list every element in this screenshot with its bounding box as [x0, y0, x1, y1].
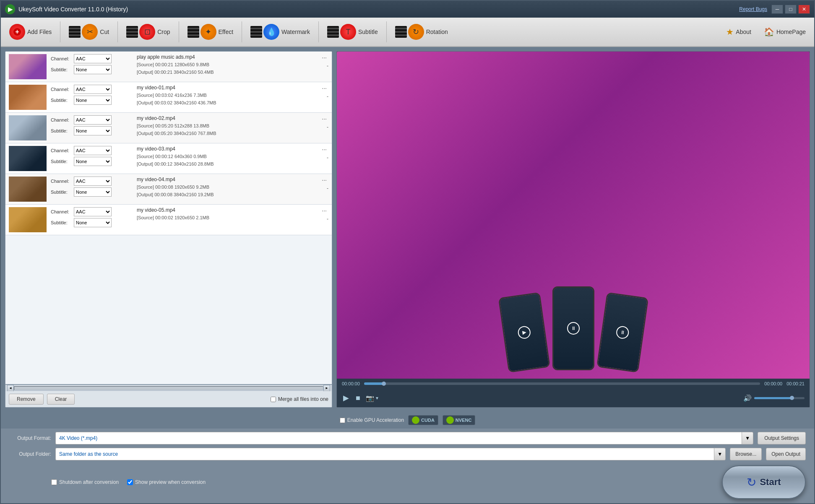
shutdown-checkbox-label[interactable]: Shutdown after conversion: [51, 479, 119, 485]
rotation-button[interactable]: ↻ Rotation: [391, 21, 452, 44]
channel-select[interactable]: AAC MP3 None: [74, 207, 112, 216]
file-item: Channel: AAC MP3 None Subtitle: None SRT…: [5, 143, 332, 174]
file-info: play apple music ads.mp4 [Source] 00:00:…: [135, 54, 318, 76]
subtitle-label: Subtitle:: [51, 128, 72, 133]
crop-label: Crop: [157, 29, 170, 35]
horizontal-scrollbar[interactable]: ◄ ►: [5, 384, 332, 391]
scroll-left-btn[interactable]: ◄: [7, 385, 14, 392]
show-preview-checkbox[interactable]: [127, 479, 133, 485]
folder-label: Output Folder:: [9, 451, 51, 457]
subtitle-select[interactable]: None SRT ASS: [74, 187, 112, 197]
separator-5: [318, 21, 319, 42]
subtitle-label: Subtitle:: [51, 159, 72, 164]
about-icon: ★: [726, 27, 734, 37]
format-row: Output Format: 4K Video (*.mp4) ▼ Output…: [9, 432, 806, 444]
file-thumbnail: [9, 146, 47, 171]
remove-button[interactable]: Remove: [9, 394, 44, 405]
subtitle-row: Subtitle: None SRT ASS: [51, 157, 135, 166]
nvenc-label: NVENC: [456, 418, 472, 423]
volume-bar[interactable]: [754, 397, 805, 399]
subtitle-select[interactable]: None SRT ASS: [74, 126, 112, 135]
cut-button[interactable]: ✂ Cut: [65, 21, 113, 44]
file-more-button[interactable]: ···: [320, 146, 328, 153]
channel-label: Channel:: [51, 179, 72, 184]
close-button[interactable]: ✕: [798, 5, 810, 14]
file-more-button[interactable]: ···: [320, 54, 328, 61]
show-preview-checkbox-label[interactable]: Show preview when conversion: [127, 479, 206, 485]
file-dash: -: [327, 124, 328, 130]
subtitle-button[interactable]: T Subtitle: [323, 21, 382, 44]
clear-button[interactable]: Clear: [47, 394, 75, 405]
channel-row: Channel: AAC MP3 None: [51, 146, 135, 155]
cuda-label: CUDA: [421, 418, 435, 423]
merge-checkbox[interactable]: [271, 397, 276, 402]
scroll-right-btn[interactable]: ►: [323, 385, 330, 392]
minimize-button[interactable]: ─: [771, 5, 783, 14]
watermark-button[interactable]: 💧 Watermark: [246, 21, 314, 44]
subtitle-select[interactable]: None SRT ASS: [74, 157, 112, 166]
phone-1-play-icon: ▶: [517, 325, 531, 340]
phone-1: ▶: [498, 292, 550, 373]
file-more-button[interactable]: ···: [320, 177, 328, 183]
file-dash: -: [327, 155, 328, 161]
phone-2-play-icon: ⏸: [567, 322, 580, 335]
separator-1: [60, 21, 60, 42]
file-actions: ··· -: [318, 207, 328, 222]
homepage-button[interactable]: 🏠 HomePage: [760, 25, 810, 39]
file-dash: -: [327, 94, 328, 99]
file-list-panel: Channel: AAC MP3 None Subtitle: None SRT…: [5, 51, 332, 408]
file-more-button[interactable]: ···: [320, 85, 328, 91]
channel-row: Channel: AAC MP3 None: [51, 115, 135, 125]
stop-button[interactable]: ■: [354, 392, 362, 404]
phone-3: ⏸: [596, 292, 648, 373]
report-bugs-link[interactable]: Report Bugs: [739, 6, 767, 12]
open-output-button[interactable]: Open Output: [766, 448, 806, 460]
maximize-button[interactable]: □: [785, 5, 797, 14]
file-item: Channel: AAC MP3 None Subtitle: None SRT…: [5, 174, 332, 205]
channel-select[interactable]: AAC MP3 None: [74, 85, 112, 94]
camera-icon: 📷: [366, 394, 374, 402]
subtitle-select[interactable]: None SRT ASS: [74, 218, 112, 227]
format-dropdown-btn[interactable]: ▼: [742, 432, 753, 444]
subtitle-select[interactable]: None SRT ASS: [74, 65, 112, 74]
channel-select[interactable]: AAC MP3 None: [74, 146, 112, 155]
volume-thumb[interactable]: [790, 396, 794, 400]
folder-dropdown-btn[interactable]: ▼: [714, 448, 726, 460]
separator-2: [117, 21, 118, 42]
browse-button[interactable]: Browse...: [730, 448, 762, 460]
effect-button[interactable]: ✦ Effect: [183, 21, 238, 44]
channel-select[interactable]: AAC MP3 None: [74, 54, 112, 63]
file-list-scroll[interactable]: Channel: AAC MP3 None Subtitle: None SRT…: [5, 52, 332, 384]
format-select-display[interactable]: 4K Video (*.mp4): [55, 432, 742, 444]
shutdown-checkbox[interactable]: [51, 479, 57, 485]
add-files-button[interactable]: + Add Files: [5, 21, 56, 44]
scroll-track[interactable]: [14, 386, 323, 390]
time-start: 00:00:00: [342, 381, 360, 386]
screenshot-button[interactable]: 📷 ▼: [366, 394, 379, 402]
output-settings-button[interactable]: Output Settings: [758, 432, 806, 444]
nvenc-badge: NVENC: [443, 415, 476, 425]
subtitle-select[interactable]: None SRT ASS: [74, 96, 112, 105]
gpu-checkbox-label[interactable]: Enable GPU Acceleration: [340, 417, 404, 423]
channel-select[interactable]: AAC MP3 None: [74, 177, 112, 186]
timeline-thumb[interactable]: [382, 382, 386, 386]
about-button[interactable]: ★ About: [722, 25, 755, 39]
nvidia-icon-1: [412, 416, 419, 424]
watermark-icon: 💧: [263, 24, 279, 40]
crop-button[interactable]: ⊡ Crop: [122, 21, 174, 44]
play-button[interactable]: ▶: [342, 392, 350, 404]
folder-input-display[interactable]: Same folder as the source: [55, 448, 714, 460]
gpu-settings-bar: Enable GPU Acceleration CUDA NVENC: [1, 412, 814, 429]
subtitle-row: Subtitle: None SRT ASS: [51, 126, 135, 135]
gpu-checkbox[interactable]: [340, 418, 345, 423]
file-more-button[interactable]: ···: [320, 207, 328, 214]
file-item: Channel: AAC MP3 None Subtitle: None SRT…: [5, 205, 332, 235]
file-actions: ··· -: [318, 115, 328, 130]
timeline-bar[interactable]: [364, 382, 760, 385]
start-button[interactable]: ↻ Start: [722, 465, 806, 499]
file-more-button[interactable]: ···: [320, 115, 328, 122]
rotation-label: Rotation: [426, 29, 448, 35]
phone-3-screen: ⏸: [598, 294, 647, 371]
channel-select[interactable]: AAC MP3 None: [74, 115, 112, 125]
channel-row: Channel: AAC MP3 None: [51, 207, 135, 216]
